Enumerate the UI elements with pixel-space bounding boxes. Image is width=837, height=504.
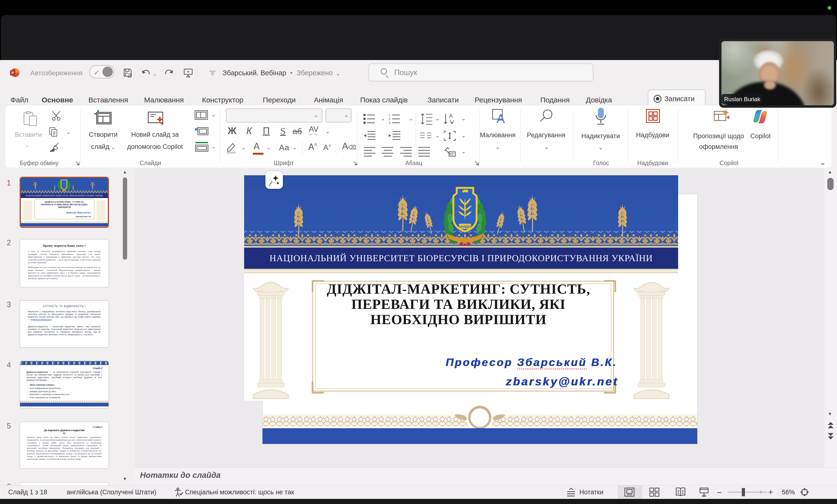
svg-text:3: 3 xyxy=(389,121,390,124)
svg-text:НУБІП: НУБІП xyxy=(459,224,470,229)
svg-text:P: P xyxy=(12,71,14,75)
svg-text:A: A xyxy=(497,112,505,124)
svg-text:А: А xyxy=(449,113,453,119)
svg-text:2: 2 xyxy=(389,118,390,121)
svg-text:1: 1 xyxy=(389,113,390,117)
